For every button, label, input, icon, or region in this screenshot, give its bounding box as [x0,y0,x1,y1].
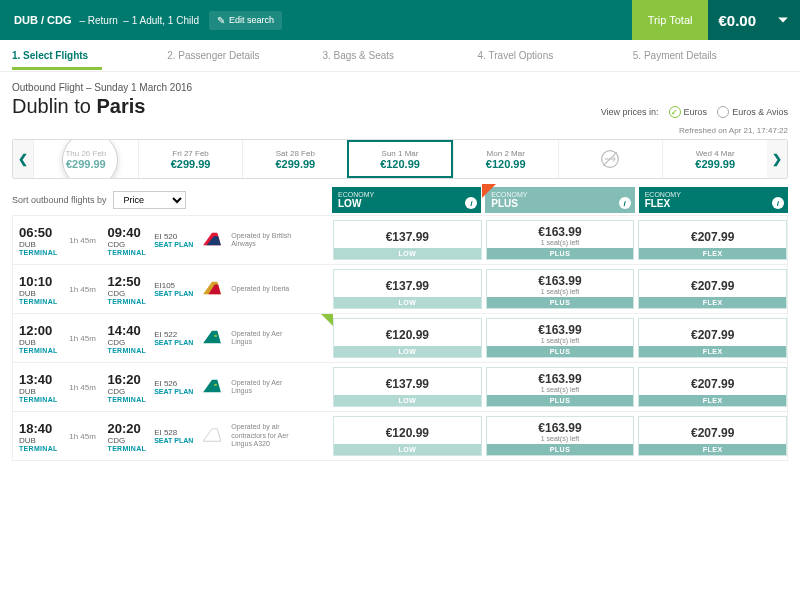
flight-number: EI105 [154,281,193,290]
seat-plan-link[interactable]: SEAT PLAN [154,339,193,346]
route-title: Dublin to Paris [12,95,192,118]
fare-tag: PLUS [487,395,634,406]
fare-tag: LOW [334,346,481,357]
departure-code: DUB [19,240,58,249]
date-cell-selected[interactable]: Sun 1 Mar €120.99 [347,140,453,178]
fare-tag: FLEX [639,395,786,406]
date-cell[interactable]: Wed 4 Mar €299.99 [662,140,767,178]
fare-price: €163.99 [487,417,634,435]
fare-tag: PLUS [487,346,634,357]
seat-plan-link[interactable]: SEAT PLAN [154,437,193,444]
fare-price: €207.99 [639,368,786,395]
step-payment-details: 5. Payment Details [633,50,788,61]
fare-tag: PLUS [487,297,634,308]
date-cell[interactable]: Sat 28 Feb €299.99 [242,140,347,178]
flight-row: 06:50DUBTERMINAL1h 45m09:40CDGTERMINALEI… [13,216,787,264]
chevron-left-icon: ❮ [18,152,28,166]
terminal-link[interactable]: TERMINAL [19,347,58,354]
departure-time: 12:00 [19,323,58,338]
flight-row: 18:40DUBTERMINAL1h 45m20:20CDGTERMINALEI… [13,411,787,460]
fare-flex[interactable]: €207.99FLEX [638,318,787,358]
fare-price: €163.99 [487,368,634,386]
fare-plus[interactable]: €163.991 seat(s) leftPLUS [486,318,635,358]
arrival-code: CDG [108,240,147,249]
flight-meta: EI 522SEAT PLAN [154,330,193,346]
date-prev-button[interactable]: ❮ [13,140,33,178]
fare-tag: FLEX [639,346,786,357]
radio-euros-avios[interactable]: Euros & Avios [717,106,788,118]
departure-block: 12:00DUBTERMINAL [19,323,58,354]
operated-by: Operated by Aer Lingus [231,330,293,347]
arrival-time: 20:20 [108,421,147,436]
fare-price: €207.99 [639,221,786,248]
terminal-link[interactable]: TERMINAL [19,298,58,305]
seat-plan-link[interactable]: SEAT PLAN [154,388,193,395]
fare-plus[interactable]: €163.991 seat(s) leftPLUS [486,416,635,456]
date-next-button[interactable]: ❯ [767,140,787,178]
price-view-toggle: View prices in: Euros Euros & Avios [601,106,788,118]
airline-tail-icon [201,378,223,396]
airline-tail-icon [201,231,223,249]
fare-plus[interactable]: €163.991 seat(s) leftPLUS [486,220,635,260]
arrival-time: 09:40 [108,225,147,240]
trip-total-toggle[interactable] [766,0,800,40]
fare-header-low[interactable]: ECONOMY LOW i [332,187,481,213]
fare-header-plus[interactable]: ECONOMY PLUS i [485,187,634,213]
terminal-link[interactable]: TERMINAL [19,396,58,403]
airline-tail-icon [201,329,223,347]
terminal-link[interactable]: TERMINAL [19,445,58,452]
fare-plus[interactable]: €163.991 seat(s) leftPLUS [486,367,635,407]
fare-low[interactable]: €120.99LOW [333,416,482,456]
terminal-link[interactable]: TERMINAL [108,445,147,452]
seats-left: 1 seat(s) left [487,435,634,444]
edit-search-button[interactable]: ✎ Edit search [209,11,282,30]
fare-flex[interactable]: €207.99FLEX [638,220,787,260]
fare-low[interactable]: €137.99LOW [333,269,482,309]
info-icon[interactable]: i [619,197,631,209]
departure-block: 18:40DUBTERMINAL [19,421,58,452]
terminal-link[interactable]: TERMINAL [19,249,58,256]
fare-flex[interactable]: €207.99FLEX [638,367,787,407]
date-cell[interactable]: Thu 26 Feb €299.99 [33,140,138,178]
fare-price: €207.99 [639,270,786,297]
sort-select[interactable]: Price [113,191,186,209]
terminal-link[interactable]: TERMINAL [108,347,147,354]
step-bags-seats: 3. Bags & Seats [322,50,477,61]
fare-flex[interactable]: €207.99FLEX [638,269,787,309]
arrival-block: 16:20CDGTERMINAL [108,372,147,403]
fare-price: €120.99 [334,417,481,444]
outbound-date-label: Outbound Flight – Sunday 1 March 2016 [12,82,192,93]
fare-low[interactable]: €137.99LOW [333,367,482,407]
route-code: DUB / CDG [0,14,79,26]
date-cell[interactable]: Mon 2 Mar €120.99 [453,140,558,178]
fare-low[interactable]: €137.99LOW [333,220,482,260]
terminal-link[interactable]: TERMINAL [108,396,147,403]
terminal-link[interactable]: TERMINAL [108,249,147,256]
progress-steps: 1. Select Flights 2. Passenger Details 3… [0,40,800,72]
flight-duration: 1h 45m [66,432,100,441]
date-cell[interactable]: Fri 27 Feb €299.99 [138,140,243,178]
fare-price: €207.99 [639,417,786,444]
info-icon[interactable]: i [465,197,477,209]
terminal-link[interactable]: TERMINAL [108,298,147,305]
pencil-icon: ✎ [217,15,225,26]
fare-flex[interactable]: €207.99FLEX [638,416,787,456]
fare-tag: LOW [334,444,481,455]
flight-duration: 1h 45m [66,383,100,392]
arrival-code: CDG [108,436,147,445]
fare-plus[interactable]: €163.991 seat(s) leftPLUS [486,269,635,309]
fare-low[interactable]: €120.99LOW [333,318,482,358]
step-select-flights[interactable]: 1. Select Flights [12,50,167,61]
radio-checked-icon [669,106,681,118]
seats-left: 1 seat(s) left [487,288,634,297]
fare-tag: LOW [334,248,481,259]
flight-meta: EI 528SEAT PLAN [154,428,193,444]
seat-plan-link[interactable]: SEAT PLAN [154,241,193,248]
departure-code: DUB [19,387,58,396]
flight-meta: EI105SEAT PLAN [154,281,193,297]
radio-euros[interactable]: Euros [669,106,708,118]
chevron-right-icon: ❯ [772,152,782,166]
fare-header-flex[interactable]: ECONOMY FLEX i [639,187,788,213]
info-icon[interactable]: i [772,197,784,209]
seat-plan-link[interactable]: SEAT PLAN [154,290,193,297]
